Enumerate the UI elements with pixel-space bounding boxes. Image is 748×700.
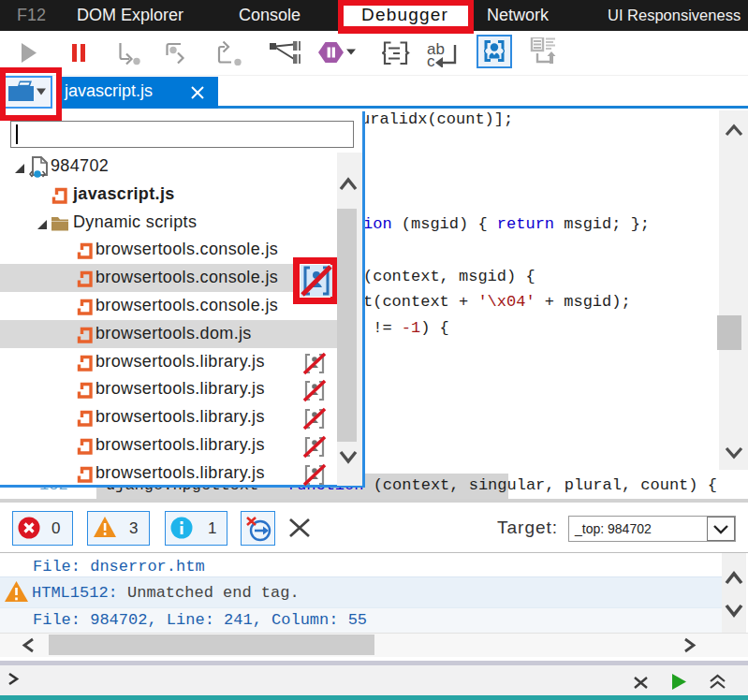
svg-text:c: c bbox=[427, 52, 435, 67]
